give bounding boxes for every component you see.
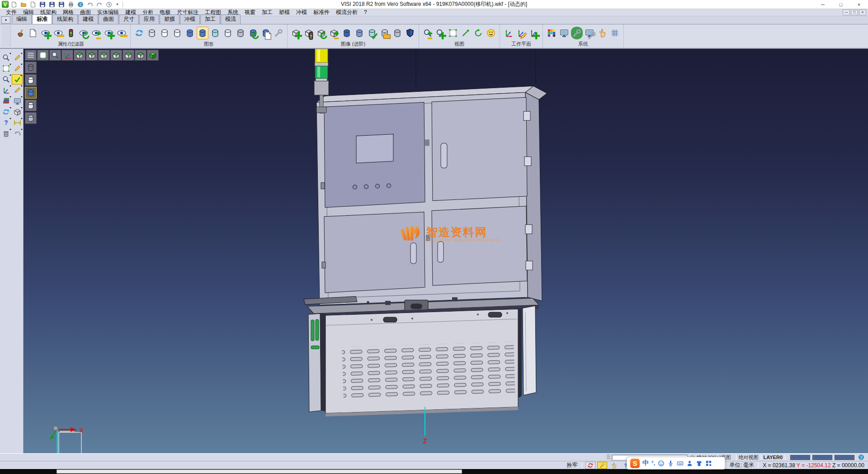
tab-surface[interactable]: 曲面 (99, 14, 118, 24)
attribute-brush-icon[interactable] (14, 27, 26, 39)
view-right-icon[interactable] (110, 50, 122, 61)
grid-mesh-icon[interactable] (609, 27, 621, 39)
taskbar-window[interactable] (57, 469, 462, 474)
dashed-line-mode-icon[interactable] (171, 27, 183, 39)
window-grid-icon[interactable] (12, 96, 23, 106)
graphics-settings-icon[interactable] (273, 27, 284, 39)
shaded-icon[interactable] (25, 87, 37, 99)
solid-refresh-icon[interactable] (316, 27, 327, 39)
hidden-line-mode-icon[interactable] (159, 27, 170, 39)
tab-progress[interactable]: 冲模 (180, 14, 200, 24)
wireframe-icon[interactable] (25, 62, 37, 73)
menu-standard-parts[interactable]: 标准件 (310, 9, 333, 16)
wireframe-mode-icon[interactable] (146, 27, 158, 39)
hidden-line-icon[interactable] (25, 74, 37, 86)
view-menu-icon[interactable] (25, 50, 37, 61)
workplane-edit-icon[interactable] (515, 27, 527, 39)
hatched-solid-icon[interactable] (392, 27, 403, 39)
system-tools-icon[interactable] (571, 27, 583, 39)
view-left-icon[interactable] (98, 50, 110, 61)
export-icon[interactable] (57, 1, 66, 8)
undo-icon[interactable] (12, 128, 23, 139)
erase-entity-icon[interactable] (12, 52, 23, 63)
workplane-align-icon[interactable] (528, 27, 540, 39)
zoom-extents-icon[interactable] (422, 27, 434, 39)
minimize-button[interactable]: ─ (814, 0, 832, 9)
view-back-icon[interactable] (135, 50, 146, 61)
print-preview-icon[interactable] (76, 1, 85, 8)
zoom-window-icon[interactable] (49, 50, 61, 61)
viewport-canvas[interactable]: Z X (24, 49, 868, 453)
view-top-icon[interactable] (74, 50, 85, 61)
selection-frame-icon[interactable] (447, 27, 459, 39)
tab-dropdown[interactable]: ▼ (1, 16, 10, 24)
screen-display-icon[interactable] (558, 27, 570, 39)
color-palette-icon[interactable] (546, 27, 557, 39)
menu-mould[interactable]: 塑模 (276, 9, 293, 16)
pick-hand-icon[interactable] (609, 462, 619, 469)
help-icon[interactable] (0, 118, 11, 128)
regen-view-icon[interactable] (0, 107, 11, 117)
transparent-mode-icon[interactable] (209, 27, 221, 39)
tab-mould[interactable]: 塑膜 (160, 14, 179, 24)
tab-wireframe[interactable]: 线架构 (52, 14, 78, 24)
menu-flow-analysis[interactable]: 模流分析 (333, 9, 361, 16)
pick-hand-icon[interactable] (596, 27, 608, 39)
maximize-button[interactable]: □ (832, 0, 850, 9)
workplane-axis-icon[interactable] (503, 27, 514, 39)
striped-solid-icon[interactable] (354, 27, 365, 39)
rotate-view-icon[interactable] (472, 27, 484, 39)
voice-icon[interactable] (667, 460, 674, 467)
layer-manager-icon[interactable] (0, 96, 11, 106)
layer-badge[interactable]: LAYER0 (764, 455, 783, 460)
pan-arrow-icon[interactable] (460, 27, 472, 39)
filter-plus-minus-icon[interactable] (90, 27, 102, 39)
zoom-window-icon[interactable] (434, 27, 446, 39)
axis-orient-icon[interactable] (61, 50, 73, 61)
hatched-icon[interactable] (25, 112, 37, 124)
edit-curve-icon[interactable] (12, 85, 23, 95)
tab-machining[interactable]: 加工 (200, 14, 220, 24)
insert-file-icon[interactable] (29, 1, 37, 8)
solid-show-add-icon[interactable] (290, 27, 302, 39)
view-mode-label[interactable]: 绝对视图 (739, 454, 759, 461)
clip-plane-icon[interactable] (379, 27, 391, 39)
globe-icon[interactable] (857, 454, 868, 460)
verified-solid-icon[interactable] (366, 27, 378, 39)
wardrobe-icon[interactable] (696, 460, 703, 467)
print-icon[interactable] (67, 1, 75, 8)
show-all-icon[interactable] (103, 27, 115, 39)
magic-wand-icon[interactable] (597, 462, 607, 469)
keyboard-icon[interactable] (677, 460, 684, 467)
copy-graphics-icon[interactable] (260, 27, 272, 39)
view-bottom-icon[interactable] (86, 50, 98, 61)
undo-icon[interactable] (86, 1, 94, 8)
selection-filter-icon[interactable] (0, 52, 11, 63)
toolbox-icon[interactable] (705, 460, 712, 467)
tab-edit[interactable]: 编辑 (12, 14, 32, 24)
skin-icon[interactable] (686, 460, 693, 467)
tab-application[interactable]: 应用 (139, 14, 159, 24)
save-icon[interactable] (38, 1, 47, 8)
new-file-icon[interactable] (10, 1, 18, 8)
refresh-lock-icon[interactable] (585, 462, 595, 469)
shaded-solid-icon[interactable] (341, 27, 353, 39)
emoji-icon[interactable] (658, 460, 665, 467)
menu-progress[interactable]: 冲模 (293, 9, 310, 16)
traffic-light-filter-icon[interactable] (65, 27, 77, 39)
close-button[interactable]: × (850, 0, 868, 9)
tab-flow[interactable]: 模流 (221, 14, 241, 24)
tab-standard[interactable]: 标准 (32, 14, 52, 24)
chinese-mode-toggle[interactable]: 中 (642, 459, 649, 467)
view-front-icon[interactable] (123, 50, 134, 61)
open-file-icon[interactable] (19, 1, 28, 8)
tab-modeling[interactable]: 建模 (78, 14, 98, 24)
monitor-settings-icon[interactable] (584, 27, 595, 39)
solid-plus-minus-icon[interactable] (328, 27, 340, 39)
hide-all-icon[interactable] (116, 27, 127, 39)
sogou-logo[interactable]: S (630, 459, 640, 468)
shaded-edges-mode-icon[interactable] (197, 27, 208, 39)
solid-view-icon[interactable] (12, 107, 23, 117)
zoom-extents-icon[interactable] (37, 50, 49, 61)
move-axis-icon[interactable] (0, 85, 11, 95)
